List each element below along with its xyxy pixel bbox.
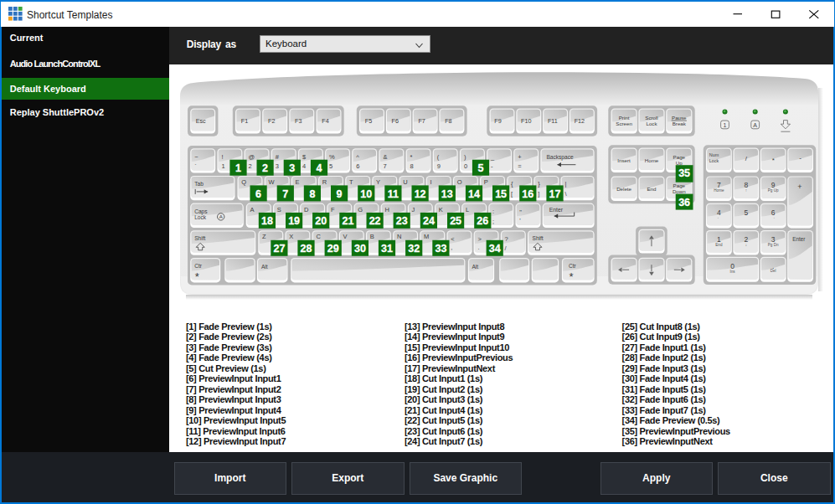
- svg-text:7: 7: [282, 188, 288, 200]
- svg-text:H: H: [384, 206, 389, 213]
- svg-text:2: 2: [249, 162, 252, 170]
- svg-text:F7: F7: [418, 117, 425, 125]
- svg-text:Scroll: Scroll: [645, 115, 657, 121]
- svg-text:Lock: Lock: [646, 121, 657, 126]
- svg-text:18: 18: [261, 215, 273, 227]
- svg-text:6: 6: [255, 188, 261, 200]
- svg-text:F6: F6: [392, 117, 399, 125]
- svg-text:Home: Home: [645, 157, 659, 163]
- svg-text:Lock: Lock: [194, 214, 207, 220]
- svg-text:1: 1: [724, 122, 727, 128]
- svg-text:Down: Down: [673, 188, 686, 194]
- svg-text:%: %: [329, 153, 335, 161]
- svg-text:F11: F11: [548, 117, 558, 125]
- svg-text:^: ^: [356, 153, 359, 161]
- svg-text:Tab: Tab: [194, 181, 204, 187]
- svg-text:Screen: Screen: [616, 121, 632, 126]
- svg-text:31: 31: [381, 243, 393, 255]
- svg-text:→: →: [771, 215, 776, 219]
- svg-text:]: ]: [538, 190, 539, 198]
- svg-text:27: 27: [273, 243, 285, 255]
- svg-text:=: =: [518, 162, 522, 170]
- svg-text:8: 8: [309, 188, 315, 200]
- svg-text:*: *: [569, 270, 573, 283]
- svg-text:3: 3: [276, 162, 279, 170]
- svg-text:0: 0: [464, 162, 467, 170]
- svg-text:9: 9: [337, 188, 343, 200]
- svg-text:Delete: Delete: [616, 186, 631, 192]
- svg-text:O: O: [457, 178, 462, 186]
- svg-text:29: 29: [327, 243, 339, 255]
- svg-text:5: 5: [329, 162, 332, 170]
- svg-text:F2: F2: [268, 117, 275, 125]
- svg-text:.: .: [477, 244, 479, 251]
- svg-text:E: E: [296, 178, 300, 186]
- svg-text:M: M: [424, 233, 429, 240]
- svg-text:28: 28: [301, 243, 312, 255]
- svg-text:F9: F9: [494, 117, 501, 125]
- svg-text:25: 25: [450, 215, 461, 227]
- svg-text:Shift: Shift: [194, 235, 205, 241]
- svg-text:34: 34: [489, 243, 501, 255]
- svg-text:26: 26: [477, 215, 488, 227]
- svg-text:F8: F8: [445, 117, 451, 125]
- svg-text:33: 33: [435, 243, 446, 255]
- svg-text:>: >: [477, 235, 482, 243]
- svg-text:32: 32: [408, 243, 420, 255]
- svg-text:C: C: [316, 233, 321, 240]
- svg-text:X: X: [289, 233, 293, 240]
- svg-text:~: ~: [194, 153, 198, 161]
- svg-text:_: _: [490, 153, 495, 161]
- svg-text:17: 17: [549, 188, 561, 200]
- svg-text:@: @: [249, 153, 255, 161]
- svg-text:Enter: Enter: [792, 236, 806, 242]
- svg-text:35: 35: [678, 167, 690, 179]
- svg-text:Ctr: Ctr: [194, 263, 203, 269]
- svg-text:Ins: Ins: [730, 270, 736, 274]
- svg-text:Del: Del: [771, 269, 776, 273]
- svg-text:14: 14: [468, 188, 480, 200]
- svg-text:R: R: [322, 178, 327, 186]
- svg-text:2: 2: [262, 162, 268, 174]
- svg-text:D: D: [304, 206, 309, 213]
- svg-text:21: 21: [342, 215, 353, 227]
- svg-text:6: 6: [356, 162, 359, 170]
- svg-text:Caps: Caps: [194, 208, 208, 215]
- svg-text:Alt: Alt: [472, 264, 478, 270]
- svg-text:?: ?: [505, 235, 508, 243]
- svg-text:Pg Dn: Pg Dn: [768, 243, 779, 247]
- svg-text:Backspace: Backspace: [546, 154, 574, 161]
- svg-text:Insert: Insert: [617, 157, 631, 163]
- svg-text:Esc: Esc: [196, 117, 206, 125]
- svg-text:Num: Num: [709, 152, 719, 157]
- svg-text:Ctr: Ctr: [569, 263, 577, 269]
- svg-text:I: I: [430, 178, 432, 186]
- svg-text:`: `: [194, 162, 197, 170]
- svg-text:Y: Y: [376, 178, 380, 186]
- svg-text:L: L: [466, 206, 469, 213]
- svg-text:W: W: [269, 178, 276, 186]
- svg-text:16: 16: [522, 188, 533, 200]
- svg-text:Z: Z: [262, 233, 266, 240]
- svg-text:24: 24: [423, 215, 435, 227]
- svg-text:5: 5: [744, 208, 748, 217]
- svg-text:<: <: [451, 235, 455, 243]
- svg-text:U: U: [403, 178, 407, 186]
- svg-text:Page: Page: [673, 154, 686, 160]
- svg-text:V: V: [343, 233, 348, 240]
- svg-text::: :: [492, 208, 494, 215]
- svg-text:&: &: [383, 153, 387, 161]
- svg-text:12: 12: [415, 188, 426, 200]
- svg-text:+: +: [797, 183, 801, 191]
- svg-text:*: *: [410, 153, 413, 161]
- svg-text:;: ;: [492, 218, 494, 225]
- svg-text:B: B: [370, 233, 374, 240]
- svg-text:↓: ↓: [745, 243, 747, 247]
- svg-text:19: 19: [288, 215, 300, 227]
- svg-text:36: 36: [678, 197, 690, 208]
- svg-text:,: ,: [451, 244, 452, 251]
- svg-text:F10: F10: [521, 117, 531, 125]
- svg-text:3: 3: [289, 162, 295, 174]
- svg-text:20: 20: [315, 215, 327, 227]
- svg-text:F5: F5: [365, 117, 372, 125]
